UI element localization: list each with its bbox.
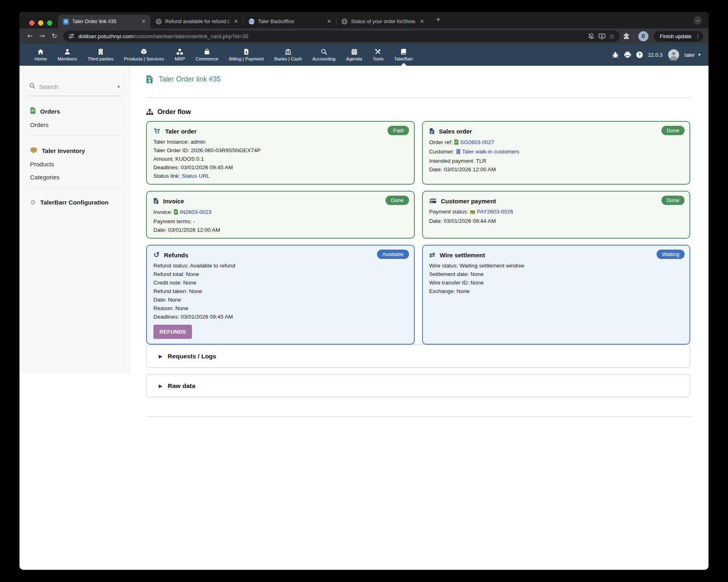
sidebar-item-categories[interactable]: Categories: [30, 174, 121, 181]
inventory-box-icon: [30, 147, 37, 155]
collapse-arrow-icon: ▶: [159, 354, 162, 359]
browser-tab[interactable]: DTaler Order link #35✕: [58, 15, 151, 28]
svg-text:$: $: [245, 51, 248, 54]
user-menu[interactable]: taler ▼: [685, 52, 701, 58]
card-link[interactable]: SO2603-0027: [460, 139, 494, 145]
sidebar-search[interactable]: Search ▼: [28, 83, 121, 96]
page-title-row: $ Taler Order link #35: [146, 75, 690, 84]
menu-item-tools[interactable]: Tools: [367, 44, 389, 66]
kebab-menu-icon[interactable]: ⋮: [696, 34, 700, 38]
search-input[interactable]: Search: [39, 83, 113, 90]
sidebar-item-orders[interactable]: Orders: [30, 121, 121, 128]
username-label: taler: [685, 52, 695, 58]
building-mini-icon: [456, 149, 461, 155]
minimize-window-button[interactable]: [38, 20, 43, 26]
raw-data-label: Raw data: [168, 382, 195, 390]
tab-close-icon[interactable]: ✕: [325, 18, 333, 25]
new-tab-button[interactable]: +: [433, 15, 444, 25]
finish-update-label: Finish update: [660, 33, 691, 39]
sidebar-item-products[interactable]: Products: [30, 161, 121, 168]
card-field: Wire status: Waiting settlement window: [429, 263, 683, 269]
debug-bug-icon[interactable]: [612, 52, 619, 58]
card-field: Intended payment: TLR: [429, 158, 683, 164]
card-title: Invoice: [163, 198, 184, 205]
menu-item-commerce[interactable]: Commerce: [190, 44, 224, 66]
browser-tab[interactable]: Refund available for refund of✕: [151, 15, 243, 28]
refunds-button[interactable]: REFUNDS: [153, 325, 192, 339]
finish-update-button[interactable]: Finish update ⋮: [653, 30, 704, 42]
back-button[interactable]: ←: [24, 30, 36, 42]
requests-logs-label: Requests / Logs: [168, 353, 216, 360]
raw-data-panel[interactable]: ▶ Raw data: [146, 374, 690, 397]
menu-item-billing-payment[interactable]: $Billing | Payment: [224, 44, 269, 66]
bookmark-star-icon[interactable]: ☆: [609, 32, 615, 40]
menu-item-talerbarr[interactable]: TalerBarr: [389, 44, 418, 66]
address-bar[interactable]: dolibarr.potuzhnyi.com/custom/talerbarr/…: [63, 30, 620, 42]
globe-favicon: [155, 18, 162, 25]
url-text[interactable]: dolibarr.potuzhnyi.com/custom/talerbarr/…: [78, 33, 584, 39]
forward-button[interactable]: →: [37, 30, 48, 42]
card-link[interactable]: Status URL: [182, 173, 210, 179]
card-field: Payment terms: -: [153, 219, 407, 224]
install-app-icon[interactable]: [599, 33, 605, 39]
menu-item-products-services[interactable]: Products | Services: [119, 44, 170, 66]
extensions-icon[interactable]: [623, 33, 630, 40]
tabs: DTaler Order link #35✕Refund available f…: [58, 12, 429, 28]
menu-item-home[interactable]: Home: [29, 44, 52, 66]
tab-close-icon[interactable]: ✕: [418, 18, 426, 25]
maximize-window-button[interactable]: [47, 20, 52, 26]
card-field: Wire transfer ID: None: [429, 280, 683, 286]
card-customer-payment: Customer paymentDonePayment status: PAY2…: [422, 191, 691, 239]
tab-close-icon[interactable]: ✕: [233, 18, 240, 25]
menu-item-label: Tools: [373, 56, 383, 61]
browser-tab[interactable]: Taler Backoffice:✕: [243, 15, 336, 28]
doc-green-icon: [454, 139, 459, 146]
menu-item-label: Third parties: [88, 56, 114, 61]
tab-search-button[interactable]: ⌄: [694, 16, 702, 25]
requests-logs-panel[interactable]: ▶ Requests / Logs: [146, 345, 690, 368]
menu-item-label: Agenda: [346, 56, 362, 61]
page-body: Search ▼ Orders Orders Taler Inventory: [19, 66, 709, 570]
menu-item-mrp[interactable]: MRP: [169, 44, 190, 66]
card-sales-order: Sales orderDoneOrder ref: SO2603-0027Cus…: [422, 121, 691, 185]
user-avatar[interactable]: [668, 49, 679, 60]
card-title: Sales order: [439, 128, 472, 135]
billing-icon: $: [244, 48, 249, 55]
card-title: Refunds: [164, 252, 188, 259]
notifications-blocked-icon[interactable]: [588, 33, 595, 39]
window-controls: [29, 20, 52, 26]
tab-close-icon[interactable]: ✕: [140, 18, 147, 25]
card-field: Refund status: Available to refund: [153, 263, 407, 269]
reload-button[interactable]: ↻: [49, 30, 60, 42]
menu-item-accounting[interactable]: Accounting: [307, 44, 341, 66]
sidebar-section-config[interactable]: ⚙ TalerBarr Configuration: [30, 199, 121, 206]
card-title: Taler order: [165, 128, 196, 135]
menu-item-members[interactable]: Members: [52, 44, 82, 66]
agenda-icon: [351, 48, 357, 55]
browser-tab[interactable]: Status of your order forShow✕: [336, 15, 429, 28]
card-link[interactable]: PAY2603-0026: [477, 209, 513, 215]
members-icon: [65, 48, 70, 55]
card-link[interactable]: IN2603-0023: [180, 209, 211, 215]
commerce-icon: [204, 48, 210, 55]
sidebar-divider: [28, 188, 121, 188]
browser-toolbar: ← → ↻ dolibarr.potuzhnyi.com/custom/tale…: [19, 28, 709, 44]
status-badge: Done: [661, 126, 685, 135]
site-settings-icon[interactable]: [68, 33, 75, 39]
help-icon[interactable]: ?: [636, 52, 643, 58]
profile-avatar[interactable]: B: [638, 31, 648, 41]
card-field: Refund total: None: [153, 272, 407, 277]
print-icon[interactable]: [624, 52, 631, 58]
menu-item-label: Banks | Cash: [274, 56, 302, 61]
card-link[interactable]: Taler walk-in customers: [462, 149, 519, 155]
search-dropdown-icon[interactable]: ▼: [117, 85, 121, 89]
close-window-button[interactable]: [29, 20, 34, 26]
menu-item-agenda[interactable]: Agenda: [341, 44, 368, 66]
sidebar-section-inventory: Taler Inventory: [30, 147, 121, 155]
browser-window: DTaler Order link #35✕Refund available f…: [19, 12, 709, 570]
config-header-label: TalerBarr Configuration: [40, 199, 108, 206]
menu-item-third-parties[interactable]: Third parties: [82, 44, 119, 66]
menu-item-banks-cash[interactable]: Banks | Cash: [269, 44, 307, 66]
globe-favicon: [341, 18, 348, 25]
card-header: Taler order: [153, 126, 407, 136]
